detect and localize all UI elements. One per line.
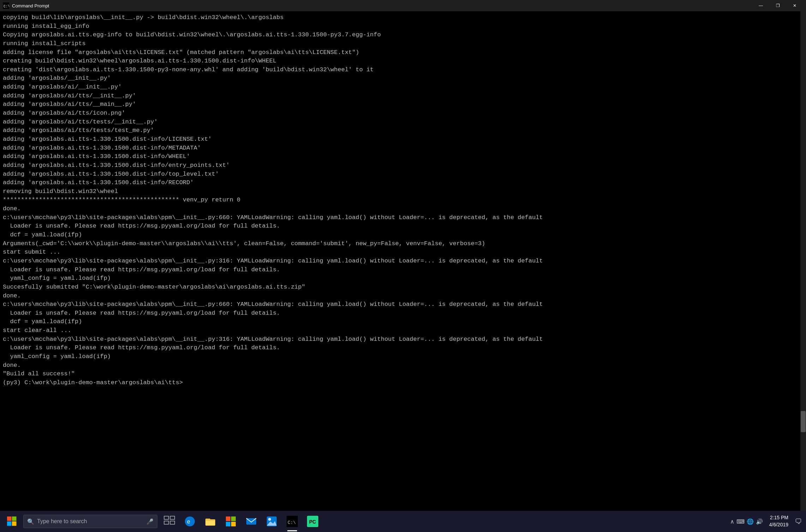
svg-text:C:\: C:\ xyxy=(288,520,296,525)
title-bar-left: C:\ Command Prompt xyxy=(3,2,49,9)
taskbar: 🔍 Type here to search 🎤 e xyxy=(0,511,806,532)
start-button[interactable] xyxy=(1,511,23,532)
cmd-icon: C:\ xyxy=(3,2,9,9)
windows-logo-icon xyxy=(7,516,17,526)
svg-rect-2 xyxy=(7,516,12,521)
svg-rect-7 xyxy=(170,516,175,519)
scrollbar[interactable] xyxy=(800,11,806,511)
mail-icon xyxy=(246,516,257,527)
photos-icon xyxy=(266,516,277,527)
notification-button[interactable]: 🗨 xyxy=(792,511,805,532)
file-explorer-icon xyxy=(205,516,216,527)
svg-rect-8 xyxy=(164,521,169,524)
svg-text:PC: PC xyxy=(309,519,316,525)
search-bar[interactable]: 🔍 Type here to search 🎤 xyxy=(23,515,157,528)
cmd-taskbar-icon: C:\ xyxy=(287,516,298,527)
show-hidden-icons[interactable]: ∧ xyxy=(730,518,734,525)
task-view-button[interactable] xyxy=(160,511,179,532)
pycharm-app[interactable]: PC xyxy=(303,511,323,532)
svg-rect-9 xyxy=(170,521,175,524)
maximize-button[interactable]: ❐ xyxy=(769,0,786,11)
svg-rect-14 xyxy=(206,521,215,525)
svg-point-21 xyxy=(268,518,271,521)
search-icon: 🔍 xyxy=(27,518,34,525)
store-app[interactable] xyxy=(221,511,241,532)
svg-rect-18 xyxy=(231,522,236,526)
svg-rect-13 xyxy=(205,519,210,521)
svg-rect-5 xyxy=(12,521,17,526)
svg-rect-3 xyxy=(12,516,17,521)
system-clock[interactable]: 2:15 PM 4/6/2019 xyxy=(766,514,792,528)
svg-rect-17 xyxy=(226,522,230,526)
edge-icon: e xyxy=(184,516,196,527)
microphone-icon: 🎤 xyxy=(146,518,154,525)
store-icon xyxy=(225,516,236,527)
search-placeholder: Type here to search xyxy=(37,518,144,525)
clock-time: 2:15 PM xyxy=(770,514,788,521)
network-icon[interactable]: 🌐 xyxy=(747,518,754,525)
window-controls: — ❐ ✕ xyxy=(752,0,803,11)
svg-rect-4 xyxy=(7,521,12,526)
svg-text:e: e xyxy=(187,519,190,525)
window-title: Command Prompt xyxy=(12,3,49,8)
keyboard-icon[interactable]: ⌨ xyxy=(736,518,745,525)
photos-app[interactable] xyxy=(262,511,282,532)
svg-text:C:\: C:\ xyxy=(4,5,9,8)
scrollbar-thumb[interactable] xyxy=(801,411,806,432)
svg-rect-6 xyxy=(164,516,169,519)
svg-rect-16 xyxy=(231,516,236,521)
close-button[interactable]: ✕ xyxy=(786,0,803,11)
minimize-button[interactable]: — xyxy=(752,0,769,11)
mail-app[interactable] xyxy=(241,511,261,532)
title-bar: C:\ Command Prompt — ❐ ✕ xyxy=(0,0,806,11)
terminal-window: copying build\lib\argoslabs\__init__.py … xyxy=(0,11,806,511)
task-view-icon xyxy=(164,516,175,527)
volume-icon[interactable]: 🔊 xyxy=(756,518,763,525)
pycharm-icon: PC xyxy=(307,516,318,527)
edge-app[interactable]: e xyxy=(180,511,200,532)
clock-date: 4/6/2019 xyxy=(769,521,789,528)
notification-icon: 🗨 xyxy=(795,518,802,526)
file-explorer-app[interactable] xyxy=(200,511,220,532)
cmd-taskbar-app[interactable]: C:\ xyxy=(282,511,302,532)
taskbar-apps: e xyxy=(180,511,323,532)
system-tray: ∧ ⌨ 🌐 🔊 xyxy=(727,511,766,532)
terminal-output: copying build\lib\argoslabs\__init__.py … xyxy=(3,13,803,387)
svg-rect-15 xyxy=(226,516,230,521)
